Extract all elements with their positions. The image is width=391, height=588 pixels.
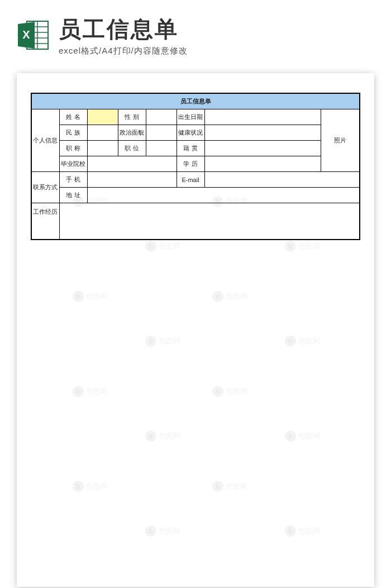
label-school: 毕业院校	[59, 156, 87, 172]
label-address: 地 址	[59, 188, 87, 203]
header-text-block: 员工信息单 excel格式/A4打印/内容随意修改	[59, 14, 374, 56]
watermark: b包图网	[212, 386, 247, 397]
label-birth-date: 出生日期	[177, 109, 204, 125]
value-email[interactable]	[204, 172, 360, 188]
watermark: b包图网	[145, 431, 180, 442]
watermark: b包图网	[212, 481, 247, 492]
watermark: b包图网	[73, 481, 108, 492]
label-name: 姓 名	[59, 109, 87, 125]
form-title: 员工信息单	[31, 93, 360, 109]
svg-text:X: X	[22, 28, 30, 41]
label-gender: 性 别	[118, 109, 146, 125]
watermark: b包图网	[145, 241, 180, 252]
watermark: b包图网	[212, 291, 247, 302]
label-health: 健康状况	[177, 125, 204, 141]
employee-form-table: 员工信息单 个人信息 姓 名 性 别 出生日期 照片 民 族 政治面貌 健康状况…	[31, 93, 360, 240]
watermark: b包图网	[145, 336, 180, 347]
label-native-place: 籍 贯	[177, 141, 204, 156]
section-personal-info: 个人信息	[31, 109, 59, 172]
value-phone[interactable]	[87, 172, 177, 188]
value-political[interactable]	[146, 125, 177, 141]
watermark: b包图网	[285, 336, 320, 347]
header-title: 员工信息单	[59, 14, 374, 45]
label-position: 职 位	[118, 141, 146, 156]
value-ethnicity[interactable]	[87, 125, 118, 141]
value-position[interactable]	[146, 141, 177, 156]
value-address[interactable]	[87, 188, 360, 203]
label-phone: 手 机	[59, 172, 87, 188]
watermark: b包图网	[285, 431, 320, 442]
value-school[interactable]	[87, 156, 177, 172]
watermark: b包图网	[145, 525, 180, 537]
label-political: 政治面貌	[118, 125, 146, 141]
value-health[interactable]	[204, 125, 321, 141]
watermark: b包图网	[73, 291, 108, 302]
watermark: b包图网	[73, 386, 108, 397]
watermark: b包图网	[285, 241, 320, 252]
value-work-history[interactable]	[59, 203, 360, 240]
watermark: b包图网	[285, 525, 320, 537]
photo-placeholder[interactable]: 照片	[321, 109, 360, 172]
label-ethnicity: 民 族	[59, 125, 87, 141]
label-education: 学 历	[177, 156, 204, 172]
value-education[interactable]	[204, 156, 321, 172]
excel-icon: X	[17, 18, 50, 52]
value-title[interactable]	[87, 141, 118, 156]
section-contact: 联系方式	[31, 172, 59, 203]
header-subtitle: excel格式/A4打印/内容随意修改	[59, 46, 374, 56]
document-preview: 员工信息单 个人信息 姓 名 性 别 出生日期 照片 民 族 政治面貌 健康状况…	[17, 73, 374, 587]
value-native-place[interactable]	[204, 141, 321, 156]
value-name[interactable]	[87, 109, 118, 125]
page-header: X 员工信息单 excel格式/A4打印/内容随意修改	[0, 0, 391, 62]
value-gender[interactable]	[146, 109, 177, 125]
label-email: E-mail	[177, 172, 204, 188]
value-birth-date[interactable]	[204, 109, 321, 125]
label-title: 职 称	[59, 141, 87, 156]
section-work-history: 工作经历	[31, 203, 59, 240]
